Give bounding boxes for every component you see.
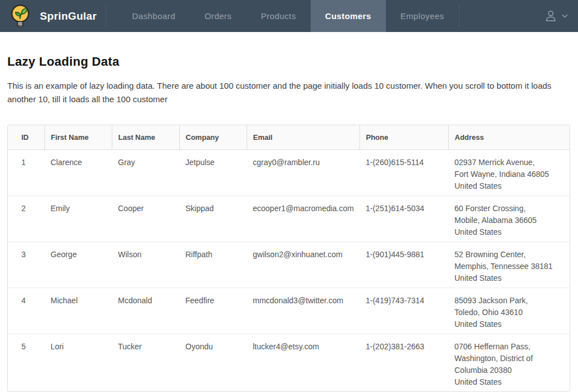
cell-last-name: Gray [112, 150, 179, 196]
cell-last-name: Cooper [112, 196, 179, 242]
user-menu[interactable] [534, 0, 578, 32]
table-header-row: IDFirst NameLast NameCompanyEmailPhoneAd… [8, 125, 570, 150]
cell-id: 1 [8, 150, 44, 196]
cell-company: Jetpulse [179, 150, 247, 196]
table-row: 4MichaelMcdonaldFeedfiremmcdonald3@twitt… [8, 288, 570, 334]
app-logo-icon [7, 3, 33, 30]
table-row: 1ClarenceGrayJetpulsecgray0@rambler.ru1-… [8, 150, 570, 196]
address-line: United States [454, 318, 564, 330]
address-line: United States [454, 226, 564, 238]
nav-menu: DashboardOrdersProductsCustomersEmployee… [117, 0, 458, 32]
nav-divider-left [106, 4, 106, 28]
cell-first-name: Clarence [44, 150, 112, 196]
cell-phone: 1-(251)614-5034 [359, 196, 448, 242]
user-icon [544, 9, 558, 23]
cell-id: 4 [8, 288, 44, 334]
cell-first-name: Emily [44, 196, 112, 242]
table-row: 5LoriTuckerOyondultucker4@etsy.com1-(202… [8, 334, 570, 392]
cell-email: mmcdonald3@twitter.com [247, 288, 359, 334]
brand[interactable]: SprinGular [0, 0, 106, 32]
cell-last-name: Wilson [112, 242, 179, 288]
page-description: This is an example of lazy loading data.… [7, 79, 569, 106]
cell-address: 60 Forster Crossing,Mobile, Alabama 3660… [448, 196, 570, 242]
nav-link-customers[interactable]: Customers [311, 0, 386, 32]
column-header-company: Company [179, 125, 247, 150]
cell-email: ecooper1@macromedia.com [247, 196, 359, 242]
nav-item-employees: Employees [386, 0, 459, 32]
cell-last-name: Tucker [112, 334, 179, 392]
address-line: 85093 Jackson Park, [454, 295, 564, 307]
cell-email: cgray0@rambler.ru [247, 150, 359, 196]
cell-phone: 1-(419)743-7314 [359, 288, 448, 334]
nav-item-customers: Customers [311, 0, 386, 32]
cell-company: Riffpath [179, 242, 247, 288]
address-line: Toledo, Ohio 43610 [454, 307, 564, 318]
cell-first-name: George [44, 242, 112, 288]
nav-divider-right [459, 4, 459, 28]
main-content: Lazy Loading Data This is an example of … [0, 54, 578, 392]
nav-link-dashboard[interactable]: Dashboard [117, 0, 190, 32]
column-header-first-name: First Name [44, 125, 112, 150]
app-title: SprinGular [40, 10, 97, 22]
customers-table: IDFirst NameLast NameCompanyEmailPhoneAd… [7, 125, 570, 392]
cell-company: Skippad [179, 196, 247, 242]
address-line: 52 Browning Center, [454, 249, 564, 261]
column-header-address: Address [448, 125, 570, 150]
nav-link-products[interactable]: Products [246, 0, 310, 32]
address-line: Washington, District of Columbia 20380 [454, 353, 564, 376]
cell-email: gwilson2@xinhuanet.com [247, 242, 359, 288]
column-header-id: ID [8, 125, 44, 150]
address-line: United States [454, 272, 564, 284]
column-header-phone: Phone [359, 125, 448, 150]
address-line: 02937 Merrick Avenue, [454, 157, 564, 168]
cell-first-name: Michael [44, 288, 112, 334]
cell-company: Oyondu [179, 334, 247, 392]
nav-item-products: Products [246, 0, 310, 32]
cell-id: 5 [8, 334, 44, 392]
nav-link-orders[interactable]: Orders [190, 0, 246, 32]
page-title: Lazy Loading Data [7, 54, 569, 69]
table-row: 2EmilyCooperSkippadecooper1@macromedia.c… [8, 196, 570, 242]
address-line: United States [454, 376, 564, 388]
cell-id: 3 [8, 242, 44, 288]
cell-address: 52 Browning Center,Memphis, Tennessee 38… [448, 242, 570, 288]
customers-datagrid: IDFirst NameLast NameCompanyEmailPhoneAd… [8, 125, 570, 392]
cell-address: 02937 Merrick Avenue,Fort Wayne, Indiana… [448, 150, 570, 196]
address-line: United States [454, 180, 564, 192]
cell-phone: 1-(202)381-2663 [359, 334, 448, 392]
cell-address: 85093 Jackson Park,Toledo, Ohio 43610Uni… [448, 288, 570, 334]
cell-phone: 1-(260)615-5114 [359, 150, 448, 196]
cell-company: Feedfire [179, 288, 247, 334]
cell-id: 2 [8, 196, 44, 242]
address-line: Fort Wayne, Indiana 46805 [454, 168, 564, 180]
cell-address: 0706 Heffernan Pass,Washington, District… [448, 334, 570, 392]
nav-item-dashboard: Dashboard [117, 0, 190, 32]
column-header-email: Email [247, 125, 359, 150]
address-line: Mobile, Alabama 36605 [454, 215, 564, 226]
address-line: 0706 Heffernan Pass, [454, 341, 564, 353]
table-row: 3GeorgeWilsonRiffpathgwilson2@xinhuanet.… [8, 242, 570, 288]
top-navbar: SprinGular DashboardOrdersProductsCustom… [0, 0, 578, 32]
cell-phone: 1-(901)445-9881 [359, 242, 448, 288]
chevron-down-icon [562, 14, 568, 18]
address-line: 60 Forster Crossing, [454, 203, 564, 215]
cell-first-name: Lori [44, 334, 112, 392]
nav-item-orders: Orders [190, 0, 246, 32]
cell-email: ltucker4@etsy.com [247, 334, 359, 392]
column-header-last-name: Last Name [112, 125, 179, 150]
cell-last-name: Mcdonald [112, 288, 179, 334]
nav-link-employees[interactable]: Employees [386, 0, 459, 32]
address-line: Memphis, Tennessee 38181 [454, 261, 564, 272]
